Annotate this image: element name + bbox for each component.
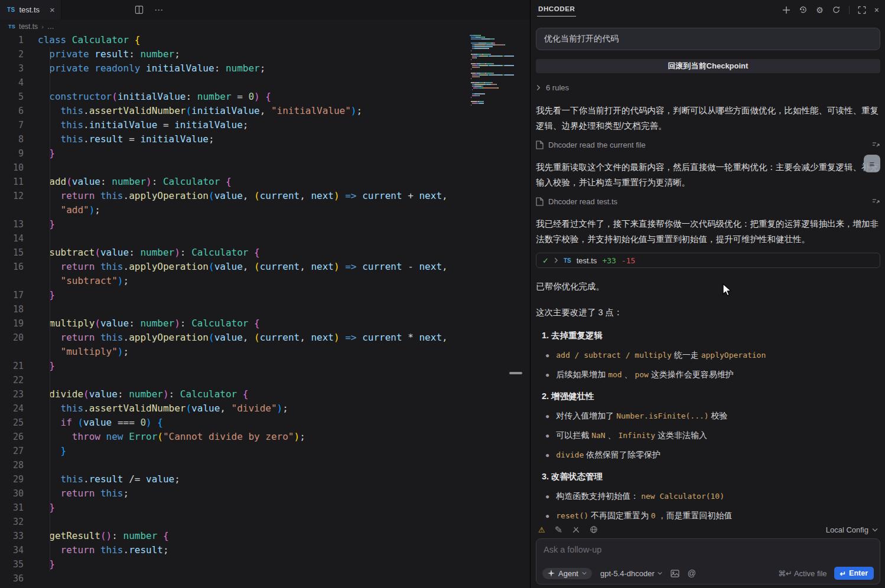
expand-result-icon[interactable] [872, 198, 880, 205]
code-line[interactable]: 5 constructor(initialValue: number = 0) … [0, 90, 530, 104]
line-number: 24 [0, 401, 24, 416]
code-line[interactable]: 34 return this.result; [0, 543, 530, 557]
close-tab-icon[interactable]: × [50, 5, 55, 14]
split-editor-icon[interactable] [135, 5, 144, 14]
code-line[interactable]: 36 [0, 571, 530, 586]
line-number: 5 [0, 90, 24, 104]
code-line[interactable]: 26 throw new Error("Cannot divide by zer… [0, 430, 530, 444]
warning-icon[interactable]: ⚠ [538, 525, 545, 534]
close-panel-icon[interactable]: × [874, 6, 879, 14]
code-line[interactable]: 24 this.assertValidNumber(value, "divide… [0, 401, 530, 416]
chat-scroll-area[interactable]: 优化当前打开的代码 回滚到当前Checkpoint 6 rules 我先看一下你… [536, 19, 880, 523]
bullet-item: ●divide 依然保留了除零保护 [536, 449, 880, 461]
tab-test-ts[interactable]: TS test.ts × [0, 0, 61, 19]
code-area[interactable]: 1class Calculator {2 private result: num… [0, 33, 530, 588]
tool-result-row[interactable]: Dhcoder read the current file [536, 139, 880, 150]
code-line[interactable]: 21 } [0, 359, 530, 373]
model-label: gpt-5.4-dhcoder [600, 569, 655, 578]
code-line[interactable]: 25 if (value === 0) { [0, 416, 530, 430]
code-line[interactable]: 30 return this; [0, 486, 530, 501]
code-line[interactable]: 16 return this.applyOperation(value, (cu… [0, 260, 530, 274]
file-change-card[interactable]: ✓TStest.ts+33-15 [536, 253, 880, 268]
rules-toggle[interactable]: 6 rules [536, 81, 880, 93]
code-line[interactable]: 2 private result: number; [0, 47, 530, 61]
list-heading: 2. 增强健壮性 [536, 390, 880, 403]
code-line[interactable]: 31 } [0, 501, 530, 515]
code-line[interactable]: 27 } [0, 444, 530, 458]
code-line[interactable]: 17 } [0, 288, 530, 302]
breadcrumb-more[interactable]: … [47, 22, 54, 31]
list-heading: 3. 改善状态管理 [536, 471, 880, 483]
expand-panel-icon[interactable] [858, 6, 866, 14]
assistant-paragraph: 已帮你优化完成。 [536, 279, 880, 294]
code-line[interactable]: 13 } [0, 217, 530, 231]
line-number: 22 [0, 373, 24, 387]
code-line[interactable]: 10 [0, 161, 530, 175]
bullet-item: ●add / subtract / multiply 统一走 applyOper… [536, 349, 880, 361]
code-line[interactable]: "add"); [0, 203, 530, 217]
breadcrumb[interactable]: TS test.ts › … [0, 19, 530, 33]
code-line[interactable]: 9 } [0, 146, 530, 161]
agent-label: Agent [558, 569, 578, 578]
code-line[interactable]: 20 return this.applyOperation(value, (cu… [0, 331, 530, 345]
settings-gear-icon[interactable]: ⚙ [816, 6, 824, 14]
list-heading: 1. 去掉重复逻辑 [536, 329, 880, 342]
code-line[interactable]: 4 [0, 76, 530, 90]
code-line[interactable]: "subtract"); [0, 274, 530, 288]
tool-result-row[interactable]: Dhcoder read test.ts [536, 196, 880, 207]
line-number: 34 [0, 543, 24, 557]
code-line[interactable]: 28 [0, 458, 530, 472]
code-line[interactable]: 32 [0, 515, 530, 529]
code-line[interactable]: 14 [0, 231, 530, 246]
mention-icon[interactable]: @ [688, 569, 696, 578]
send-button[interactable]: ↵ Enter [834, 567, 874, 580]
minimap[interactable] [470, 35, 520, 108]
code-line[interactable]: 1class Calculator { [0, 33, 530, 47]
typescript-icon: TS [8, 24, 15, 30]
edit-pencil-icon[interactable]: ✎ [555, 524, 562, 535]
local-config-select[interactable]: Local Config [826, 525, 878, 534]
refresh-icon[interactable] [832, 5, 841, 14]
tools-icon[interactable] [572, 525, 580, 534]
bullet-item: ●对传入值增加了 Number.isFinite(...) 校验 [536, 410, 880, 422]
line-number: 18 [0, 302, 24, 316]
code-line[interactable]: 18 [0, 302, 530, 316]
code-line[interactable]: 15 subtract(value: number): Calculator { [0, 246, 530, 260]
lines-added: +33 [602, 256, 616, 265]
globe-icon[interactable] [590, 525, 598, 534]
code-line[interactable]: 35 } [0, 557, 530, 571]
line-number: 10 [0, 161, 24, 175]
expand-result-icon[interactable] [872, 141, 880, 148]
code-line[interactable]: 6 this.assertValidNumber(initialValue, "… [0, 104, 530, 118]
more-actions-icon[interactable]: ⋯ [154, 5, 164, 15]
line-number: 14 [0, 231, 24, 246]
tab-label: test.ts [19, 5, 40, 14]
code-line[interactable]: 22 [0, 373, 530, 387]
code-line[interactable]: 12 return this.applyOperation(value, (cu… [0, 189, 530, 203]
editor-pane: TS test.ts × ⋯ TS test.ts › … 1class Cal… [0, 0, 531, 588]
rules-label: 6 rules [546, 83, 569, 92]
mouse-cursor [722, 283, 734, 298]
breadcrumb-file[interactable]: test.ts [19, 22, 38, 31]
scroll-menu-button[interactable]: ≡ [864, 155, 880, 172]
attach-image-icon[interactable] [671, 570, 679, 577]
tool-result-label: Dhcoder read the current file [548, 141, 646, 149]
code-line[interactable]: 11 add(value: number): Calculator { [0, 175, 530, 189]
code-line[interactable]: 29 this.result /= value; [0, 472, 530, 486]
agent-mode-select[interactable]: Agent [542, 568, 592, 579]
model-select[interactable]: gpt-5.4-dhcoder [600, 569, 662, 578]
code-line[interactable]: 3 private readonly initialValue: number; [0, 61, 530, 76]
new-chat-icon[interactable] [782, 6, 790, 14]
code-line[interactable]: 7 this.initialValue = initialValue; [0, 118, 530, 132]
line-number: 27 [0, 444, 24, 458]
check-icon: ✓ [542, 256, 549, 265]
message-input[interactable]: Ask a follow-up Agent gpt-5.4-dhcoder @ [536, 538, 880, 584]
code-line[interactable]: 33 getResult(): number { [0, 529, 530, 543]
code-line[interactable]: "multiply"); [0, 345, 530, 359]
line-number: 12 [0, 189, 24, 203]
history-icon[interactable] [799, 5, 808, 14]
rollback-checkpoint-button[interactable]: 回滚到当前Checkpoint [536, 59, 880, 73]
code-line[interactable]: 23 divide(value: number): Calculator { [0, 387, 530, 401]
code-line[interactable]: 19 multiply(value: number): Calculator { [0, 316, 530, 331]
code-line[interactable]: 8 this.result = initialValue; [0, 132, 530, 146]
